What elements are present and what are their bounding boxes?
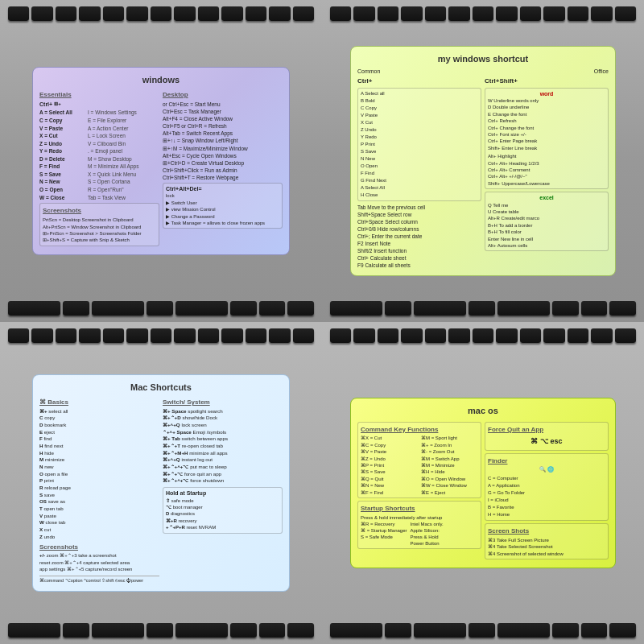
key — [230, 301, 257, 316]
force-quit-label: Force Quit an App — [488, 426, 605, 435]
hs1: ⇧ safe mode — [166, 497, 279, 504]
key — [175, 623, 228, 638]
excel-box: excel Q Tell me U Create table Alt+R Cre… — [485, 192, 609, 251]
ctrlaltdel-box: Ctrl+Alt+Del= lock ▶ Switch User ▶ view … — [163, 183, 283, 229]
mb16: V paste — [39, 513, 159, 520]
shortcut-row: O = OpenR = Open"Run" — [39, 187, 159, 194]
switch-col: Switch/ System ⌘+ Space spotlight search… — [163, 397, 283, 584]
mb1: ⌘+ select all — [39, 408, 159, 415]
ci11: O Open — [361, 163, 478, 170]
d2: ⌘+ = Zoom In — [421, 442, 478, 448]
quadrant-macos: mac os Command Key Functions ⌘X = Cut ⌘C… — [322, 322, 644, 644]
key — [56, 328, 76, 343]
key — [147, 623, 173, 638]
c4: ⌘Z = Undo — [361, 456, 418, 462]
w12: Ctrl+ Alt+ +/-/@/~" — [488, 173, 605, 180]
key — [473, 328, 493, 343]
key-row-bottom-macos — [330, 623, 636, 638]
key — [103, 6, 124, 21]
w10: Ctrl+ Alt+ Heading 1/2/3 — [488, 160, 605, 167]
mb17: W close tab — [39, 519, 159, 526]
su5: Apple Silicon: — [411, 527, 444, 534]
key — [520, 6, 541, 21]
e6: Enter New line in cell — [488, 236, 605, 242]
sc1: ⌘3 Take Full Screen Picture — [488, 537, 605, 543]
key — [269, 328, 290, 343]
macos-content: Command Key Functions ⌘X = Cut ⌘C = Copy… — [357, 420, 609, 561]
ss7: ⌘+⌃+M+H minimize all apps — [163, 450, 283, 457]
c3: ⌘V = Paste — [361, 448, 418, 455]
tab3: Ctrl+Space Select column — [357, 218, 481, 225]
mb15: T open tab — [39, 506, 159, 513]
key — [330, 301, 382, 316]
d1: ⌘M = Sport light — [421, 435, 478, 441]
w2: D Double underline — [488, 104, 605, 110]
key — [448, 328, 469, 343]
cmd-left: ⌘X = Cut ⌘C = Copy ⌘V = Paste ⌘Z = Undo … — [361, 435, 418, 496]
winprtscn-row: ⊞+PrtScn = Screenshot > Screenshots Fold… — [43, 230, 156, 237]
f3: G = Go To Folder — [488, 489, 605, 497]
key — [221, 328, 242, 343]
finder-label: Finder — [488, 457, 605, 466]
mb13: S save — [39, 492, 159, 499]
tab-section: Tab Move to the previous cell Shift+Spac… — [357, 204, 481, 270]
d8: Alt+Esc = Cycle Open Windows — [163, 152, 283, 159]
key — [151, 328, 171, 343]
key-row-top-macos — [330, 328, 636, 343]
key — [174, 6, 195, 21]
su7: Power Button — [411, 540, 444, 547]
d7: ⊞+↑M = Maximize/Minimize Window — [163, 145, 283, 152]
shortcut-row: Z = UndoV = Cliboard Bin — [39, 141, 159, 148]
mb5: F find — [39, 436, 159, 443]
shortcut-row: N = NewS = Open Cortana — [39, 179, 159, 186]
d5: Alt+Tab = Switch Recent Apps — [163, 130, 283, 137]
ss1: ⌘+ Space spotlight search — [163, 408, 283, 415]
ci9: S Save — [361, 148, 478, 155]
ss2: ⌘+⌃+D show/hide Dock — [163, 415, 283, 422]
key — [8, 301, 60, 316]
key-row-top-mac — [8, 328, 314, 343]
basics-col: ⌘ Basics ⌘+ select all C copy D bookmark… — [39, 397, 159, 584]
word-label: word — [488, 90, 605, 97]
key-row-top-my-windows — [330, 6, 636, 21]
d9: ⊞+Ctrl+D = Create Virtual Desktop — [163, 159, 283, 167]
key — [401, 6, 422, 21]
hs4: ⌘+R recovery — [166, 518, 279, 524]
mb6: H find next — [39, 443, 159, 450]
shortcut-row: X = CutL = Lock Screen — [39, 133, 159, 140]
c9: ⌘F = Find — [361, 489, 418, 496]
win-label: ⊞+ — [54, 101, 61, 108]
shortcut-row: C = CopyE = File Explorer — [39, 118, 159, 125]
key — [230, 623, 257, 638]
sticker-windows: windows Essentials Ctrl+ ⊞+ A = Select A… — [32, 67, 290, 254]
key — [198, 6, 219, 21]
cad3: ▶ view Mission Control — [166, 206, 279, 213]
shortcut-row: Y = Redo. = Emoji panel — [39, 148, 159, 155]
key — [330, 623, 382, 638]
prtscn-row: PrtScn = Desktop Screenshot in Clipboard — [43, 217, 156, 223]
windows-title: windows — [39, 74, 283, 86]
ci12: F Find — [361, 170, 478, 177]
ci5: X Cut — [361, 119, 478, 126]
key — [92, 623, 144, 638]
d3: ⌘- = Zoom Out — [421, 448, 478, 455]
mac-footer: ⌘command ⌥option ^comtrol ⇧shift ⎋esc ⏻p… — [39, 576, 159, 584]
w5: Ctrl+ Change the font — [488, 125, 605, 131]
key — [591, 328, 612, 343]
d6: ⌘H = Hide — [421, 469, 478, 475]
windows-essentials: Essentials Ctrl+ ⊞+ A = Select AllI = Wi… — [39, 89, 159, 248]
w6: Ctrl+ Font size +/- — [488, 131, 605, 138]
key — [520, 328, 541, 343]
office-label: Office — [594, 68, 609, 75]
cmd-right: ⌘M = Sport light ⌘+ = Zoom In ⌘- = Zoom … — [421, 435, 478, 496]
sc2: ⌘4 Take Selected Screenshot — [488, 543, 605, 550]
altprtscn-row: Alt+PrtScn = Window Screenshot in Clipbo… — [43, 224, 156, 230]
key — [401, 328, 422, 343]
ctrlshift-section: Ctrl+Shift+ word W Underline words only … — [485, 77, 609, 270]
key — [552, 623, 579, 638]
key — [8, 328, 29, 343]
su2: ⌘ = Startup Manager — [361, 527, 407, 534]
quadrant-my-windows: my windows shortcut Common Office Ctrl+ … — [322, 0, 644, 322]
excel-label: excel — [488, 194, 605, 201]
w1: W Underline words only — [488, 97, 605, 104]
